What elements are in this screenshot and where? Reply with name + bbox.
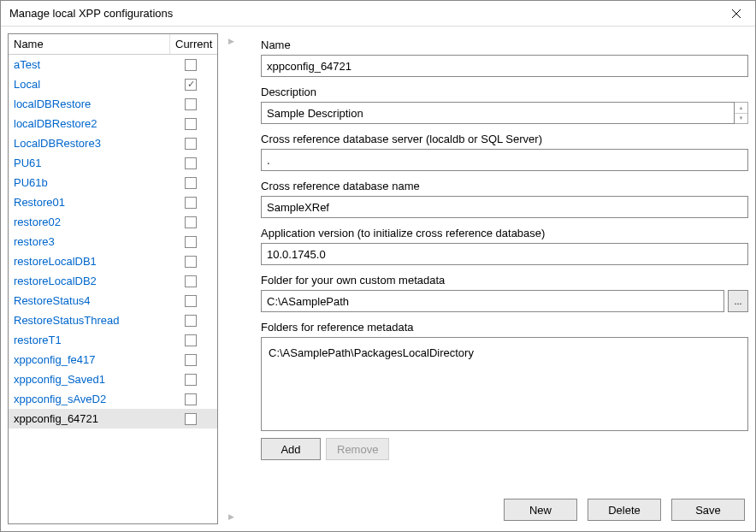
list-row[interactable]: xppconfig_fe417 (9, 350, 217, 369)
chevron-right-icon: ▶ (228, 512, 234, 521)
close-button[interactable] (719, 2, 753, 26)
list-body: aTestLocal✓localDBRestorelocalDBRestore2… (9, 55, 217, 429)
list-header: Name Current (9, 34, 217, 55)
row-current (169, 157, 212, 169)
checkbox-icon[interactable] (185, 315, 197, 327)
list-row[interactable]: PU61 (9, 153, 217, 173)
checkbox-icon[interactable] (185, 236, 197, 248)
close-icon (731, 9, 741, 19)
name-input[interactable] (261, 55, 748, 77)
checkbox-icon[interactable] (185, 256, 197, 268)
list-row[interactable]: localDBRestore2 (9, 114, 217, 133)
list-row[interactable]: PU61b (9, 173, 217, 192)
checkbox-icon[interactable] (185, 275, 197, 287)
list-row[interactable]: restore3 (9, 232, 217, 251)
checkbox-icon[interactable] (185, 59, 197, 71)
row-name: restoreLocalDB1 (14, 255, 169, 268)
ref-folder-item[interactable]: C:\ASamplePath\PackagesLocalDirectory (269, 345, 741, 361)
row-current (169, 197, 212, 209)
custom-folder-label: Folder for your own custom metadata (261, 274, 748, 287)
row-name: xppconfig_Saved1 (14, 373, 169, 386)
custom-folder-input[interactable] (261, 290, 724, 312)
list-row[interactable]: Restore01 (9, 192, 217, 212)
row-name: PU61b (14, 176, 169, 189)
row-name: RestoreStatusThread (14, 314, 169, 327)
delete-button[interactable]: Delete (588, 499, 661, 521)
row-name: aTest (14, 58, 169, 71)
xref-db-input[interactable] (261, 196, 748, 218)
list-row[interactable]: xppconfig_sAveD2 (9, 389, 217, 409)
description-label: Description (261, 86, 748, 98)
list-row[interactable]: restore02 (9, 212, 217, 232)
checkbox-icon[interactable] (185, 295, 197, 307)
content: Name Current aTestLocal✓localDBRestorelo… (1, 27, 755, 531)
list-row[interactable]: restoreLocalDB2 (9, 271, 217, 291)
row-current (169, 118, 212, 130)
chevron-right-icon: ▶ (228, 37, 234, 45)
row-current (169, 315, 212, 327)
save-button[interactable]: Save (671, 499, 745, 521)
row-current (169, 59, 212, 71)
list-row[interactable]: localDBRestore (9, 94, 217, 114)
row-current (169, 334, 212, 346)
add-remove-row: Add Remove (261, 438, 748, 460)
list-row[interactable]: xppconfig_Saved1 (9, 369, 217, 389)
row-name: Restore01 (14, 196, 169, 209)
row-current (169, 138, 212, 150)
remove-button: Remove (326, 438, 389, 460)
row-name: restore02 (14, 216, 169, 228)
row-name: restoreLocalDB2 (14, 275, 169, 287)
list-row[interactable]: Local✓ (9, 74, 217, 94)
list-row[interactable]: aTest (9, 55, 217, 74)
xref-db-label: Cross reference database name (261, 180, 748, 192)
row-name: PU61 (14, 157, 169, 169)
checkbox-icon[interactable] (185, 177, 197, 189)
checkbox-icon[interactable] (185, 393, 197, 405)
checkbox-icon[interactable] (185, 197, 197, 209)
checkbox-icon[interactable] (185, 98, 197, 110)
checkbox-icon[interactable] (185, 157, 197, 169)
checkbox-icon[interactable] (185, 334, 197, 346)
row-name: Local (14, 78, 169, 91)
row-name: xppconfig_64721 (14, 412, 169, 425)
browse-button[interactable]: ... (728, 290, 748, 312)
row-name: localDBRestore (14, 98, 169, 110)
list-row[interactable]: RestoreStatusThread (9, 310, 217, 330)
list-row[interactable]: xppconfig_64721 (9, 409, 217, 429)
app-version-input[interactable] (261, 243, 748, 265)
header-name[interactable]: Name (9, 34, 170, 54)
row-current (169, 374, 212, 386)
row-current: ✓ (169, 79, 212, 91)
footer-buttons: New Delete Save (261, 492, 748, 524)
list-row[interactable]: restoreLocalDB1 (9, 251, 217, 271)
description-input[interactable] (261, 102, 735, 124)
spinner-down[interactable]: ▼ (735, 114, 747, 124)
checkbox-icon[interactable] (185, 374, 197, 386)
list-row[interactable]: LocalDBRestore3 (9, 133, 217, 153)
row-name: xppconfig_sAveD2 (14, 393, 169, 405)
list-row[interactable]: RestoreStatus4 (9, 291, 217, 310)
header-current[interactable]: Current (170, 34, 217, 54)
checkbox-icon[interactable] (185, 216, 197, 228)
checkbox-icon[interactable] (185, 354, 197, 366)
row-current (169, 98, 212, 110)
row-current (169, 413, 212, 425)
row-current (169, 256, 212, 268)
app-version-label: Application version (to initialize cross… (261, 227, 748, 239)
xref-server-input[interactable] (261, 149, 748, 171)
list-row[interactable]: restoreT1 (9, 330, 217, 350)
ref-folders-label: Folders for reference metadata (261, 321, 748, 334)
row-name: RestoreStatus4 (14, 294, 169, 307)
row-current (169, 236, 212, 248)
checkbox-icon[interactable]: ✓ (185, 79, 197, 91)
splitter[interactable]: ▶ ▶ (225, 33, 237, 524)
ref-folders-listbox[interactable]: C:\ASamplePath\PackagesLocalDirectory (261, 337, 748, 431)
checkbox-icon[interactable] (185, 138, 197, 150)
add-button[interactable]: Add (261, 438, 321, 460)
new-button[interactable]: New (504, 499, 577, 521)
description-spinner: ▲ ▼ (735, 102, 748, 124)
spinner-up[interactable]: ▲ (735, 103, 747, 114)
row-current (169, 216, 212, 228)
checkbox-icon[interactable] (185, 413, 197, 425)
checkbox-icon[interactable] (185, 118, 197, 130)
